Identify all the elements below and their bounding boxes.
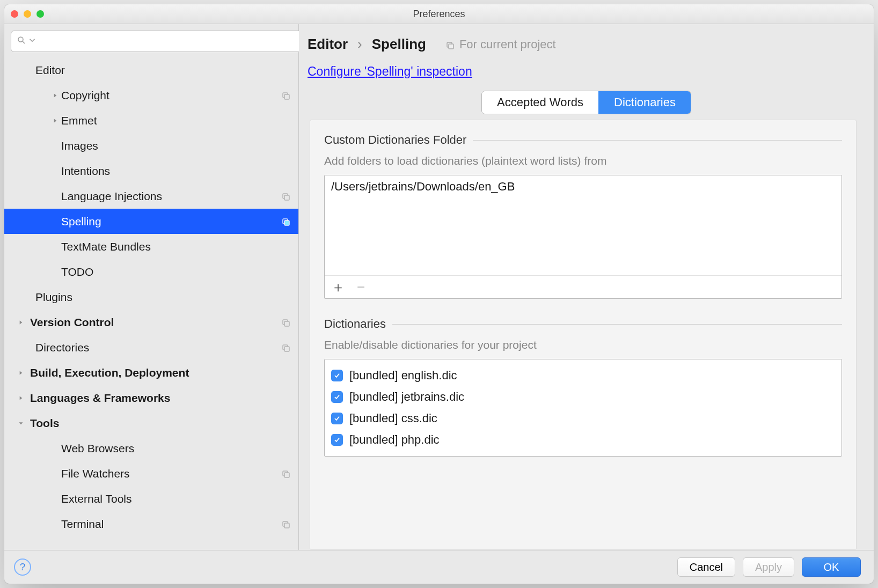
minimize-icon[interactable] <box>24 10 31 18</box>
window-title: Preferences <box>4 9 874 20</box>
tree-label: Languages & Frameworks <box>30 392 291 405</box>
help-button[interactable]: ? <box>14 558 31 576</box>
settings-tree[interactable]: Editor Copyright Emmet <box>4 56 298 550</box>
settings-content: Editor › Spelling For current project Co… <box>299 24 874 550</box>
preferences-window: Preferences Editor <box>4 4 874 584</box>
checkbox[interactable] <box>331 413 343 424</box>
tree-item-editor[interactable]: Editor <box>4 57 298 83</box>
tree-label: Language Injections <box>61 190 281 203</box>
custom-dictionaries-section: Custom Dictionaries Folder Add folders t… <box>324 133 842 299</box>
custom-folders-list[interactable]: /Users/jetbrains/Downloads/en_GB ＋ − <box>324 175 842 299</box>
tree-label: External Tools <box>61 493 291 505</box>
tree-label: Images <box>61 139 291 152</box>
chevron-down-icon <box>17 417 27 430</box>
project-scope-icon <box>281 343 291 352</box>
search-input[interactable] <box>11 31 304 52</box>
tab-dictionaries[interactable]: Dictionaries <box>598 91 691 114</box>
configure-inspection-link[interactable]: Configure 'Spelling' inspection <box>308 64 472 78</box>
tree-item-terminal[interactable]: Terminal <box>4 511 298 536</box>
tree-label: TextMate Bundles <box>61 240 291 253</box>
ok-button[interactable]: OK <box>802 557 861 577</box>
tree-item-plugins[interactable]: Plugins <box>4 284 298 310</box>
window-traffic-lights <box>11 10 44 18</box>
window-titlebar: Preferences <box>4 4 874 24</box>
checkbox[interactable] <box>331 434 343 446</box>
section-title: Dictionaries <box>324 317 386 331</box>
tree-item-language-injections[interactable]: Language Injections <box>4 183 298 209</box>
project-scope-label: For current project <box>445 38 556 52</box>
dictionary-row[interactable]: [bundled] php.dic <box>331 429 835 451</box>
tree-item-spelling[interactable]: Spelling <box>4 209 298 234</box>
tree-label: Web Browsers <box>61 442 291 455</box>
section-subtitle: Add folders to load dictionaries (plaint… <box>324 155 842 167</box>
project-scope-icon <box>281 217 291 226</box>
svg-rect-7 <box>284 220 289 225</box>
svg-rect-9 <box>284 321 289 326</box>
list-toolbar: ＋ − <box>325 275 842 298</box>
tree-item-directories[interactable]: Directories <box>4 335 298 360</box>
chevron-right-icon <box>52 114 61 127</box>
svg-rect-5 <box>284 195 289 200</box>
project-scope-text: For current project <box>459 38 556 52</box>
tree-label: Terminal <box>61 518 281 531</box>
svg-rect-17 <box>449 44 453 49</box>
dictionary-row[interactable]: [bundled] css.dic <box>331 408 835 429</box>
svg-line-1 <box>23 41 25 43</box>
chevron-right-icon <box>17 316 27 329</box>
search-icon <box>17 35 26 48</box>
tree-item-intentions[interactable]: Intentions <box>4 158 298 183</box>
apply-button[interactable]: Apply <box>743 557 794 577</box>
dictionary-label: [bundled] english.dic <box>349 369 457 383</box>
tree-item-file-watchers[interactable]: File Watchers <box>4 461 298 486</box>
chevron-right-icon <box>17 392 27 405</box>
chevron-down-icon <box>27 35 37 48</box>
zoom-icon[interactable] <box>36 10 44 18</box>
breadcrumb-item: Spelling <box>372 36 426 53</box>
dictionary-row[interactable]: [bundled] english.dic <box>331 365 835 386</box>
tab-accepted-words[interactable]: Accepted Words <box>482 91 598 114</box>
list-item[interactable]: /Users/jetbrains/Downloads/en_GB <box>325 175 842 198</box>
svg-rect-15 <box>284 523 289 528</box>
tree-label: Build, Execution, Deployment <box>30 366 291 379</box>
project-scope-icon <box>281 192 291 201</box>
tree-item-web-browsers[interactable]: Web Browsers <box>4 436 298 461</box>
chevron-right-icon <box>17 366 27 379</box>
svg-rect-11 <box>284 347 289 351</box>
dictionary-row[interactable]: [bundled] jetbrains.dic <box>331 386 835 408</box>
checkbox[interactable] <box>331 370 343 381</box>
tree-item-build-execution-deployment[interactable]: Build, Execution, Deployment <box>4 360 298 385</box>
tree-item-images[interactable]: Images <box>4 133 298 158</box>
cancel-button[interactable]: Cancel <box>677 557 735 577</box>
breadcrumb: Editor › Spelling For current project <box>299 24 874 53</box>
tree-label: File Watchers <box>61 467 281 480</box>
tree-item-external-tools[interactable]: External Tools <box>4 486 298 511</box>
tree-item-todo[interactable]: TODO <box>4 259 298 284</box>
tree-label: Spelling <box>61 215 281 228</box>
tree-item-emmet[interactable]: Emmet <box>4 108 298 133</box>
tree-item-languages-frameworks[interactable]: Languages & Frameworks <box>4 385 298 410</box>
tree-label: Emmet <box>61 114 291 127</box>
breadcrumb-item[interactable]: Editor <box>308 36 348 53</box>
tree-item-textmate[interactable]: TextMate Bundles <box>4 234 298 259</box>
chevron-right-icon: › <box>357 36 362 53</box>
tree-label: Intentions <box>61 165 291 178</box>
project-scope-icon <box>281 519 291 529</box>
chevron-right-icon <box>52 89 61 102</box>
section-subtitle: Enable/disable dictionaries for your pro… <box>324 339 842 351</box>
dictionary-list[interactable]: [bundled] english.dic[bundled] jetbrains… <box>324 359 842 457</box>
remove-button[interactable]: − <box>357 280 365 294</box>
tree-item-copyright[interactable]: Copyright <box>4 83 298 108</box>
close-icon[interactable] <box>11 10 18 18</box>
tree-label: Version Control <box>30 316 281 329</box>
tree-label: Plugins <box>35 291 291 304</box>
add-button[interactable]: ＋ <box>331 280 345 294</box>
project-scope-icon <box>445 40 455 49</box>
checkbox[interactable] <box>331 391 343 403</box>
settings-sidebar: Editor Copyright Emmet <box>4 24 299 550</box>
tree-item-tools[interactable]: Tools <box>4 410 298 436</box>
tree-item-version-control[interactable]: Version Control <box>4 310 298 335</box>
tree-label: TODO <box>61 266 291 278</box>
divider <box>473 140 842 141</box>
svg-point-0 <box>18 37 23 42</box>
project-scope-icon <box>281 318 291 327</box>
